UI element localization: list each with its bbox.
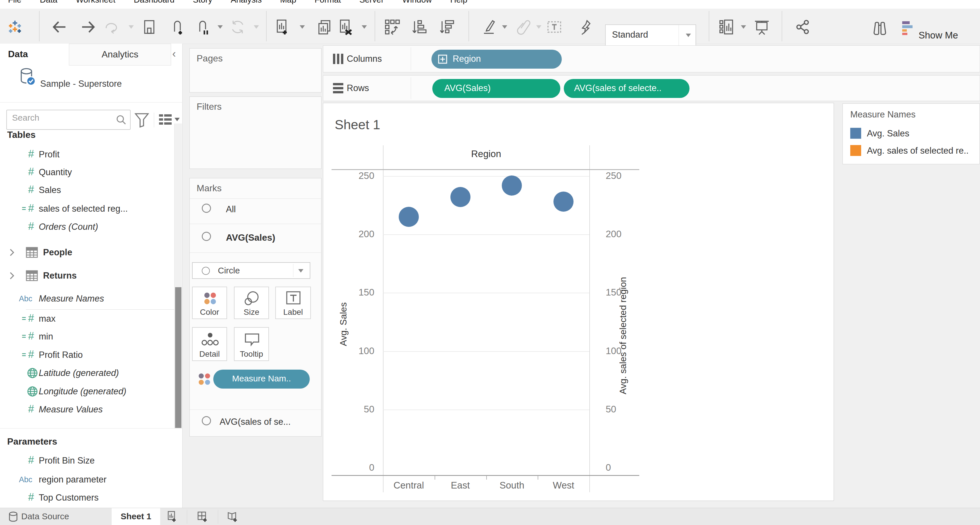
mark-type-dropdown[interactable]: Circle xyxy=(192,262,310,279)
menu-dashboard[interactable]: Dashboard xyxy=(134,0,175,5)
chart-plot-area[interactable]: 005050100100150150200200250250CentralEas… xyxy=(323,103,834,501)
pause-dropdown-caret[interactable] xyxy=(218,25,223,29)
table-row-people[interactable]: People xyxy=(0,244,172,261)
parameter-row[interactable]: Abc region parameter xyxy=(0,471,172,488)
x-axis-category-label[interactable]: East xyxy=(434,480,486,491)
detail-button[interactable]: Detail xyxy=(192,327,227,361)
menu-worksheet[interactable]: Worksheet xyxy=(76,0,115,5)
menu-data[interactable]: Data xyxy=(40,0,57,5)
parameter-row[interactable]: # Profit Bin Size xyxy=(0,452,172,469)
menu-server[interactable]: Server xyxy=(360,0,384,5)
collapse-pane-icon[interactable]: ‹ xyxy=(172,48,176,60)
rows-pill-avg-sales[interactable]: AVG(Sales) xyxy=(432,79,560,98)
field-row[interactable]: Latitude (generated) xyxy=(0,364,172,382)
x-axis-category-label[interactable]: South xyxy=(486,480,538,491)
clear-dropdown-caret[interactable] xyxy=(362,25,367,29)
measure-names-legend[interactable]: Measure Names Avg. Sales Avg. sales of s… xyxy=(843,104,980,164)
menu-window[interactable]: Window xyxy=(402,0,432,5)
new-worksheet-button[interactable] xyxy=(274,19,291,35)
columns-pill-region[interactable]: Region xyxy=(431,50,562,69)
new-dashboard-tab-button[interactable] xyxy=(197,511,208,523)
show-me-button[interactable]: Show Me xyxy=(919,30,958,41)
new-story-tab-button[interactable] xyxy=(227,511,239,523)
menu-map[interactable]: Map xyxy=(280,0,296,5)
view-options-caret[interactable] xyxy=(175,118,180,121)
rows-shelf[interactable]: Rows AVG(Sales) AVG(sales of selecte.. xyxy=(323,75,980,101)
highlight-dropdown-caret[interactable] xyxy=(502,25,507,29)
sort-descending-button[interactable] xyxy=(439,19,455,35)
fix-axes-button[interactable] xyxy=(578,19,594,35)
x-axis-category-label[interactable]: West xyxy=(538,480,589,491)
new-worksheet-tab-button[interactable] xyxy=(167,511,178,523)
field-row[interactable]: = # max xyxy=(0,310,172,328)
legend-item-label[interactable]: Avg. Sales xyxy=(867,128,976,139)
legend-item-label[interactable]: Avg. sales of selected re.. xyxy=(867,145,976,156)
field-row[interactable]: = # min xyxy=(0,328,172,346)
measure-names-pill[interactable]: Measure Nam.. xyxy=(213,370,310,389)
field-row[interactable]: # Quantity xyxy=(0,163,172,181)
size-button[interactable]: Size xyxy=(234,287,269,319)
search-box[interactable] xyxy=(6,110,130,130)
pause-auto-updates-button[interactable] xyxy=(195,19,211,35)
scrollbar-thumb[interactable] xyxy=(175,287,181,428)
tab-sheet-1[interactable]: Sheet 1 xyxy=(112,508,160,525)
menu-analysis[interactable]: Analysis xyxy=(231,0,262,5)
presentation-mode-button[interactable] xyxy=(754,19,770,35)
new-data-source-button[interactable] xyxy=(169,19,185,35)
menu-format[interactable]: Format xyxy=(315,0,341,5)
color-button[interactable]: Color xyxy=(192,287,227,319)
legend-swatch[interactable] xyxy=(850,128,861,139)
data-point-circle[interactable] xyxy=(554,191,574,212)
scrollbar-track[interactable] xyxy=(174,123,182,428)
mark-type-caret[interactable] xyxy=(298,269,304,273)
field-row[interactable]: Abc Measure Names xyxy=(0,290,172,308)
tab-analytics[interactable]: Analytics xyxy=(69,44,171,65)
save-button[interactable] xyxy=(141,19,157,35)
parameter-row[interactable]: # Top Customers xyxy=(0,489,172,507)
search-input[interactable] xyxy=(11,113,110,123)
filters-shelf[interactable]: Filters xyxy=(189,96,321,169)
menu-file[interactable]: File xyxy=(8,0,22,5)
view-options-icon[interactable] xyxy=(159,114,172,126)
fit-selector-caret[interactable] xyxy=(686,34,691,37)
x-axis-category-label[interactable]: Central xyxy=(383,480,434,491)
find-binoculars-icon[interactable] xyxy=(872,19,888,35)
filter-fields-icon[interactable] xyxy=(134,112,149,128)
chevron-right-icon[interactable] xyxy=(7,247,17,257)
table-row-returns[interactable]: Returns xyxy=(0,267,172,285)
field-row[interactable]: # Orders (Count) xyxy=(0,218,172,236)
highlight-button[interactable] xyxy=(481,19,497,35)
field-row[interactable]: # Profit xyxy=(0,145,172,163)
expand-plus-icon[interactable] xyxy=(438,54,447,64)
chevron-right-icon[interactable] xyxy=(7,271,17,281)
pages-shelf[interactable]: Pages xyxy=(189,48,321,93)
forward-button[interactable] xyxy=(80,19,97,35)
fit-selector[interactable]: Standard xyxy=(605,24,696,46)
sort-ascending-button[interactable] xyxy=(411,19,427,35)
data-point-circle[interactable] xyxy=(502,176,522,196)
field-row[interactable]: # Measure Values xyxy=(0,401,172,418)
new-worksheet-dropdown-caret[interactable] xyxy=(300,25,305,29)
show-mark-labels-button[interactable] xyxy=(546,19,562,35)
tab-data[interactable]: Data xyxy=(8,49,28,59)
field-row[interactable]: = # Profit Ratio xyxy=(0,346,172,364)
menu-story[interactable]: Story xyxy=(193,0,212,5)
field-row[interactable]: Longitude (generated) xyxy=(0,383,172,401)
tab-data-source[interactable]: Data Source xyxy=(0,508,112,525)
show-hide-cards-button[interactable] xyxy=(719,19,735,35)
data-point-circle[interactable] xyxy=(399,207,419,227)
show-hide-cards-caret[interactable] xyxy=(741,25,746,29)
label-button[interactable]: Label xyxy=(275,287,311,319)
clear-sheet-button[interactable] xyxy=(337,19,353,35)
tooltip-button[interactable]: Tooltip xyxy=(234,327,269,361)
datasource-name[interactable]: Sample - Superstore xyxy=(40,79,122,89)
duplicate-sheet-button[interactable] xyxy=(317,19,333,35)
data-point-circle[interactable] xyxy=(450,187,471,207)
share-button[interactable] xyxy=(795,19,811,35)
back-button[interactable] xyxy=(51,19,67,35)
field-row[interactable]: # Sales xyxy=(0,181,172,199)
swap-rows-columns-button[interactable] xyxy=(384,19,400,35)
legend-swatch[interactable] xyxy=(850,145,861,156)
columns-shelf[interactable]: Columns Region xyxy=(323,45,980,72)
menu-help[interactable]: Help xyxy=(450,0,467,5)
